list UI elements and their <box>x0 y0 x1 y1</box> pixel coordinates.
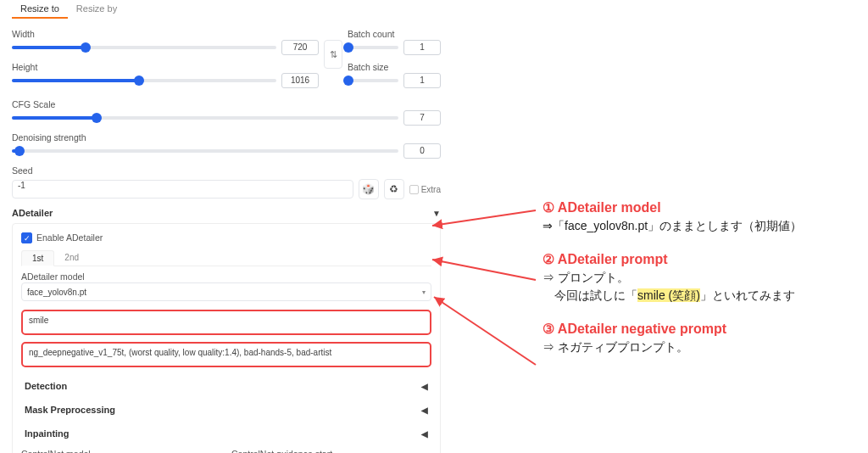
chevron-left-icon: ◀ <box>421 429 428 439</box>
cfg-slider[interactable] <box>12 116 398 120</box>
height-value[interactable]: 1016 <box>281 73 319 88</box>
resize-tabs: Resize to Resize by <box>12 0 441 20</box>
tab-resize-by[interactable]: Resize by <box>68 0 125 19</box>
denoise-value[interactable]: 0 <box>403 143 441 159</box>
svg-line-2 <box>434 297 536 365</box>
swap-dimensions-button[interactable]: ⇅ <box>324 40 342 69</box>
cfg-value[interactable]: 7 <box>403 110 441 126</box>
extra-checkbox[interactable]: Extra <box>409 185 441 194</box>
detection-accordion[interactable]: Detection◀ <box>21 374 431 398</box>
annotation-2-title: ② ADetailer prompt <box>542 251 856 267</box>
adetailer-panel: ✓ Enable ADetailer 1st 2nd ADetailer mod… <box>12 223 441 453</box>
adetailer-model-label: ADetailer model <box>21 271 431 282</box>
svg-line-0 <box>432 210 536 226</box>
cfg-label: CFG Scale <box>12 99 441 109</box>
batch-size-value[interactable]: 1 <box>403 73 441 88</box>
batch-count-value[interactable]: 1 <box>403 40 441 55</box>
annotation-3-body: ⇒ ネガティブプロンプト。 <box>542 338 856 357</box>
batch-count-label: Batch count <box>348 29 441 39</box>
chevron-left-icon: ◀ <box>421 405 428 415</box>
width-label: Width <box>12 29 319 39</box>
batch-size-label: Batch size <box>348 62 441 72</box>
adetailer-model-select[interactable]: face_yolov8n.pt▾ <box>21 282 431 301</box>
svg-line-1 <box>432 260 536 280</box>
width-slider[interactable] <box>12 46 276 49</box>
height-label: Height <box>12 62 319 72</box>
width-value[interactable]: 720 <box>281 40 319 55</box>
annotation-1-body: ⇒「face_yolov8n.pt」のままとします（初期値） <box>542 217 856 236</box>
batch-count-slider[interactable] <box>348 46 398 49</box>
enable-adetailer-label: Enable ADetailer <box>36 232 103 243</box>
subtab-2nd[interactable]: 2nd <box>54 250 89 266</box>
mask-preprocessing-accordion[interactable]: Mask Preprocessing◀ <box>21 398 431 422</box>
adetailer-prompt-input[interactable]: smile <box>21 310 431 335</box>
dice-button[interactable]: 🎲 <box>359 179 379 199</box>
inpainting-accordion[interactable]: Inpainting◀ <box>21 422 431 445</box>
controlnet-gstart-label: ControlNet guidance start <box>231 449 431 453</box>
adetailer-subtabs: 1st 2nd <box>21 250 431 266</box>
chevron-down-icon: ▼ <box>432 209 441 218</box>
annotation-3-title: ③ ADetailer negative prompt <box>542 321 856 337</box>
annotation-1-title: ① ADetailer model <box>542 199 856 215</box>
adetailer-header[interactable]: ADetailer ▼ <box>12 208 441 218</box>
recycle-button[interactable]: ♻ <box>384 179 404 199</box>
chevron-left-icon: ◀ <box>421 382 428 391</box>
enable-adetailer-checkbox[interactable]: ✓ <box>21 232 32 243</box>
batch-size-slider[interactable] <box>348 79 398 82</box>
denoise-slider[interactable] <box>12 149 398 153</box>
controlnet-model-label: ControlNet model <box>21 449 221 453</box>
subtab-1st[interactable]: 1st <box>21 250 54 266</box>
annotation-2-body: ⇒ プロンプト。 今回は試しに「smile (笑顔)」といれてみます <box>542 269 856 305</box>
tab-resize-to[interactable]: Resize to <box>12 0 68 19</box>
height-slider[interactable] <box>12 79 276 82</box>
annotation-panel: ① ADetailer model ⇒「face_yolov8n.pt」のままと… <box>542 199 856 372</box>
adetailer-negative-prompt-input[interactable]: ng_deepnegative_v1_75t, (worst quality, … <box>21 342 431 367</box>
seed-input[interactable]: -1 <box>12 180 353 199</box>
denoise-label: Denoising strength <box>12 132 441 143</box>
chevron-down-icon: ▾ <box>422 288 426 296</box>
seed-label: Seed <box>12 165 441 176</box>
